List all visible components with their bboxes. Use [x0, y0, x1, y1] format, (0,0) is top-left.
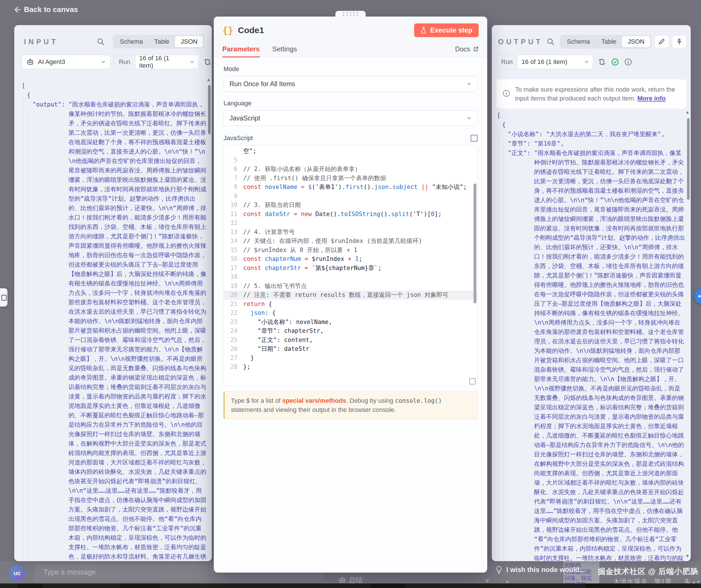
output-json-view[interactable]: [ { "小说名称": "大洪水退去的第二天，我在丧尸堆里醒来", "章节": …: [496, 111, 686, 561]
json-bracket: [: [21, 81, 207, 90]
code-line[interactable]: 13// 4. 计算章节号: [224, 228, 477, 237]
search-icon[interactable]: [547, 38, 554, 45]
code-line[interactable]: 21return {: [224, 300, 477, 309]
code-line[interactable]: 5: [224, 156, 477, 165]
back-to-canvas-button[interactable]: Back to canvas: [13, 5, 78, 14]
code-line[interactable]: 28};: [224, 363, 477, 372]
json-brace: {: [21, 90, 207, 100]
code-line[interactable]: 26 "日期": dateStr: [224, 345, 477, 354]
line-number: [224, 147, 243, 156]
chevron-down-icon: ∨: [485, 577, 489, 583]
input-source-select[interactable]: AI Agent3: [22, 55, 110, 69]
tab-parameters[interactable]: Parameters: [222, 41, 260, 57]
scroll-up-icon[interactable]: ▲: [685, 110, 690, 115]
code-line[interactable]: 17const chapterStr = `第${chapterNum}章`;: [224, 264, 477, 273]
code-line[interactable]: 7// 使用 .first() 确保拿且只拿第一个表单的数据: [224, 174, 477, 183]
node-feedback-link[interactable]: I wish this node would...: [495, 566, 585, 574]
code-line[interactable]: 22 json: {: [224, 309, 477, 318]
chevron-down-icon: [101, 60, 105, 64]
code-line[interactable]: 19// 5. 输出给飞书节点: [224, 282, 477, 291]
indent-guide: [498, 129, 499, 560]
pin-data-button[interactable]: [672, 35, 687, 48]
line-number: 20: [224, 290, 243, 300]
code-editor[interactable]: 空";56// 2. 获取小说名称（从最开始的表单拿）7// 使用 .first…: [224, 145, 477, 386]
code-line[interactable]: 10// 3. 获取当前日期: [224, 201, 477, 210]
input-json-view[interactable]: [ { "output": "雨水顺着仓库破损的窗沿滴落，声音单调而固执，像某种…: [21, 81, 207, 561]
back-label: Back to canvas: [24, 5, 78, 14]
input-scrollbar[interactable]: [208, 85, 211, 134]
tab-json[interactable]: JSON: [175, 36, 203, 47]
line-number: 25: [224, 336, 243, 345]
scroll-down-icon[interactable]: ▼: [685, 554, 690, 558]
unlink-icon[interactable]: [598, 58, 606, 66]
code-line[interactable]: 25 "正文": content,: [224, 336, 477, 345]
tab-table[interactable]: Table: [596, 36, 622, 47]
code-line[interactable]: 空";: [224, 147, 477, 156]
execute-step-button[interactable]: Execute step: [414, 23, 479, 37]
external-link-icon: [473, 46, 479, 52]
line-number: 6: [224, 165, 243, 174]
message-placeholder[interactable]: Type a message: [43, 568, 95, 576]
code-line[interactable]: 6// 2. 获取小说名称（从最开始的表单拿）: [224, 165, 477, 174]
code-line[interactable]: 18: [224, 272, 477, 282]
unlink-icon[interactable]: [203, 58, 212, 66]
line-number: 28: [224, 363, 243, 372]
line-number: 10: [224, 201, 243, 210]
node-title[interactable]: Code1: [238, 25, 264, 35]
line-number: 18: [224, 272, 243, 282]
docs-link[interactable]: Docs: [455, 45, 479, 53]
drawer-icon: [1, 295, 7, 301]
robot-icon: [27, 58, 34, 66]
input-run-selector[interactable]: Run 16 of 16 (1 item): [114, 55, 199, 69]
line-number: 15: [224, 246, 243, 255]
code-line[interactable]: 14// 关键点: 在循环内部，使用 $runIndex (当前是第几轮循环): [224, 237, 477, 246]
more-info-link[interactable]: More info: [637, 95, 666, 102]
resize-handle-icon[interactable]: [469, 378, 476, 384]
code-line[interactable]: 9: [224, 192, 477, 201]
code-line[interactable]: 20// 注意: 不需要 return results 数组，直接返回一个 js…: [224, 290, 477, 300]
watermark: 掘金技术社区 @ 后端小肥肠: [598, 566, 698, 577]
chat-icon: ✦: [697, 293, 701, 300]
input-view-switcher: Schema Table JSON: [113, 35, 204, 48]
indent-guide: [28, 109, 29, 560]
line-number: 26: [224, 345, 243, 354]
json-kv-output: "output": "雨水顺着仓库破损的窗沿滴落，声音单调而固执，像某种倒计时的…: [21, 100, 207, 561]
json-kv-novel-name: "小说名称": "大洪水退去的第二天，我在丧尸堆里醒来",: [496, 130, 686, 139]
chat-widget-button[interactable]: ✦: [694, 289, 701, 304]
line-number: 22: [224, 309, 243, 318]
code-line[interactable]: 16const chapterNum = $runIndex + 1;: [224, 255, 477, 264]
side-drawer-handle[interactable]: [0, 288, 7, 307]
output-scrollbar[interactable]: [687, 118, 690, 200]
special-vars-link[interactable]: special vars/methods: [282, 397, 346, 404]
line-number: 24: [224, 327, 243, 336]
modal-drag-handle[interactable]: [335, 11, 366, 17]
mode-select[interactable]: Run Once for All Items: [224, 76, 477, 91]
flask-icon: [420, 27, 427, 34]
tab-json[interactable]: JSON: [622, 36, 650, 47]
code-line[interactable]: 11const dateStr = new Date().toISOString…: [224, 210, 477, 219]
output-run-selector[interactable]: Run 16 of 16 (1 item): [496, 55, 593, 69]
pencil-icon: [658, 38, 665, 45]
line-number: 7: [224, 174, 243, 183]
code-line[interactable]: 27 }: [224, 354, 477, 363]
tab-schema[interactable]: Schema: [114, 36, 149, 47]
editor-hint: Type $ for a list of special vars/method…: [224, 391, 477, 419]
edit-output-button[interactable]: [654, 35, 669, 48]
info-icon: [502, 89, 511, 97]
code-line[interactable]: 15// $runIndex 从 0 开始，所以要 + 1: [224, 246, 477, 255]
code-line[interactable]: 23 "小说名称": novelName,: [224, 318, 477, 327]
tab-schema[interactable]: Schema: [561, 36, 596, 47]
code-line[interactable]: 12: [224, 219, 477, 228]
expand-editor-icon[interactable]: [471, 135, 477, 142]
scroll-up-icon[interactable]: ▲: [206, 77, 211, 82]
search-icon[interactable]: [97, 38, 104, 45]
tab-table[interactable]: Table: [149, 36, 175, 47]
language-select[interactable]: JavaScript: [224, 111, 477, 126]
tab-settings[interactable]: Settings: [272, 41, 297, 57]
line-number: 17: [224, 264, 243, 273]
code-line[interactable]: 8const novelName = $('表单1').first().json…: [224, 183, 477, 192]
json-kv-body: "正文": "雨水顺着仓库破损的窗沿滴落，声音单调而固执，像某种倒计时的节拍。陈…: [496, 149, 686, 561]
code-line[interactable]: 24 "章节": chapterStr,: [224, 327, 477, 336]
editor-scrollbar[interactable]: [474, 184, 476, 304]
info-icon[interactable]: [624, 58, 633, 66]
